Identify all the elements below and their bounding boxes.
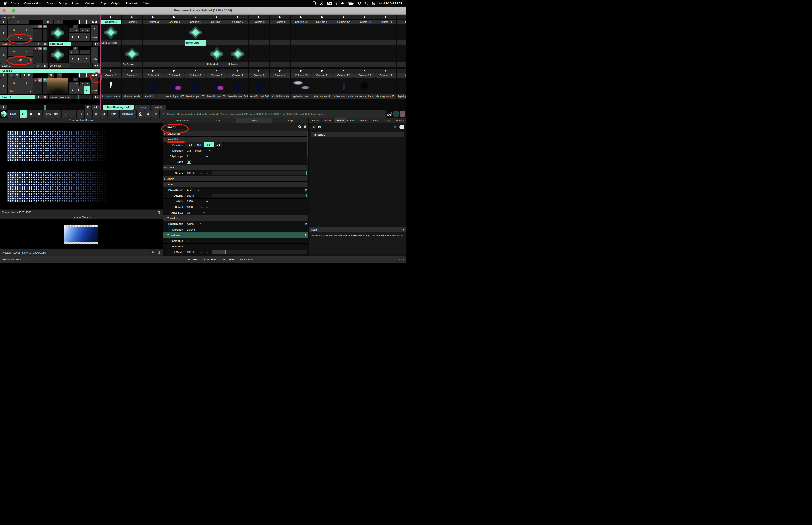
duration-dropdown[interactable]: Clip Transport▾ — [187, 149, 210, 152]
layer3-playmode-dropdown[interactable]: ↻▾ — [68, 28, 79, 32]
params-scrollbar[interactable] — [307, 131, 308, 201]
clip-cell[interactable] — [376, 46, 396, 67]
column-header-14[interactable]: Column 14 — [376, 20, 396, 24]
scale-slider[interactable] — [212, 250, 307, 254]
search-icon[interactable] — [365, 1, 368, 5]
auto-size-dropdown[interactable]: Off▾ — [187, 211, 205, 214]
column-play-button[interactable] — [376, 69, 396, 73]
wifi-icon[interactable] — [357, 1, 361, 5]
blend-mode-dropdown[interactable]: Add▾ — [187, 189, 199, 192]
clip-cell[interactable]: beautiful_part_004 — [249, 78, 269, 99]
metronome-button[interactable] — [137, 110, 144, 118]
decrement-button[interactable]: - — [199, 251, 204, 254]
column-play-button[interactable] — [354, 69, 375, 73]
layer1-pause-button[interactable] — [76, 86, 82, 94]
effect-result-threshold[interactable]: Threshold — [311, 132, 404, 137]
tab-render[interactable]: Render — [322, 118, 334, 123]
layer2-s-button[interactable]: S — [73, 46, 78, 49]
column-header-13[interactable]: Column 13 — [354, 20, 375, 24]
layer3-clip-position-bar[interactable] — [71, 42, 92, 46]
column-header-15[interactable]: Col — [397, 20, 406, 24]
column-header-12[interactable]: Column 12 — [333, 20, 354, 24]
clip-cell[interactable]: Point Grid — [206, 46, 227, 67]
clip-cell[interactable] — [249, 25, 269, 46]
layer1-play-forward-button[interactable] — [83, 86, 90, 94]
section-transform[interactable]: Transform P, — [163, 232, 308, 238]
composition-bypass-button[interactable]: B — [7, 20, 29, 25]
layer2-bypass-button[interactable]: B — [7, 46, 20, 56]
column-play-button[interactable] — [270, 15, 290, 19]
screen-mirroring-icon[interactable] — [313, 1, 316, 5]
layer1-video-button[interactable]: V — [43, 78, 47, 81]
column-header-7[interactable]: Column 7 — [227, 20, 248, 24]
clip-cell[interactable] — [397, 25, 406, 46]
section-dashboard[interactable]: Dashboard — [163, 131, 308, 136]
clip-cell[interactable] — [376, 25, 396, 46]
clip-cell[interactable]: Mirror Quad — [185, 25, 206, 46]
column-play-button[interactable] — [376, 15, 396, 19]
menu-output[interactable]: Output — [109, 2, 123, 5]
layer2-cue-dropdown[interactable]: ⊢▾ — [80, 50, 90, 54]
global-stop-button[interactable] — [35, 110, 42, 118]
composition-monitor[interactable] — [0, 123, 163, 210]
layer3-bypass-button[interactable]: B — [7, 25, 20, 35]
composition-panel-header[interactable]: Composition — [0, 15, 99, 19]
column-play-button[interactable] — [227, 15, 248, 19]
clip-cell[interactable] — [312, 46, 333, 67]
layer3-transition-button[interactable]: T — [91, 25, 98, 33]
clip-cell[interactable]: beautiful — [143, 78, 164, 99]
global-play-button[interactable] — [20, 110, 27, 118]
clip-cell[interactable]: dance-machine-v... — [354, 78, 375, 99]
layer1-video-fader[interactable] — [43, 82, 47, 94]
column-play-button[interactable] — [101, 69, 121, 73]
group1-clear-button[interactable]: X — [0, 73, 7, 77]
param-animation-icon[interactable]: P, — [303, 187, 307, 193]
layer1-cue-dropdown[interactable]: ⊢▾ — [80, 81, 90, 86]
column-play-button[interactable] — [143, 69, 164, 73]
clip-cell[interactable] — [143, 46, 164, 67]
apple-icon[interactable] — [4, 1, 7, 5]
direction-off-button[interactable]: OFF — [195, 142, 204, 147]
gear-icon[interactable] — [158, 251, 161, 254]
scale-value[interactable]: 100 % — [187, 251, 199, 254]
clip-cell[interactable]: bali-nusa-penida-i... — [122, 78, 142, 99]
composition-master-fader[interactable]: M — [43, 20, 53, 25]
layer3-play-forward-button[interactable] — [83, 33, 90, 41]
column-header-10[interactable]: Column 10 — [291, 20, 311, 24]
clip-cell[interactable]: Dot Screen — [122, 46, 142, 67]
clip-loops-value[interactable]: 1 — [187, 155, 199, 158]
column-play-button[interactable] — [122, 15, 142, 19]
column-header-12[interactable]: Column 12 — [333, 73, 354, 77]
column-play-button[interactable] — [101, 15, 121, 19]
layer3-ab-buttons[interactable]: AB — [35, 42, 48, 46]
group1-solo-button[interactable]: S — [14, 73, 20, 77]
layer3-skip-buttons[interactable] — [93, 42, 99, 46]
column-header-3[interactable]: Column 3 — [143, 20, 164, 24]
decrement-button[interactable]: - — [199, 172, 204, 175]
decrement-button[interactable]: - — [199, 239, 204, 242]
deck-tab-empty-1[interactable]: empty — [135, 105, 150, 109]
loop-checkbox[interactable] — [187, 160, 191, 164]
battery-icon[interactable] — [348, 1, 354, 5]
decrement-button[interactable]: - — [199, 228, 204, 231]
layer1-audio-button[interactable]: A — [38, 78, 42, 81]
layer2-playmode-dropdown[interactable]: ↻▾ — [68, 50, 79, 54]
bluetooth-icon[interactable] — [335, 1, 337, 5]
menu-shortcuts[interactable]: Shortcuts — [123, 2, 141, 5]
clip-cell[interactable] — [206, 25, 227, 46]
menu-deck[interactable]: Deck — [44, 2, 56, 5]
layer2-play-backward-button[interactable] — [69, 55, 75, 63]
layer2-master-button[interactable]: M — [33, 46, 37, 50]
decrement-button[interactable]: - — [199, 200, 204, 203]
menu-composition[interactable]: Composition — [21, 2, 44, 5]
column-header-9[interactable]: Column 9 — [270, 73, 290, 77]
menu-clock[interactable]: Wed 30 Jul 13:53 — [379, 2, 402, 5]
section-audio[interactable]: Audio — [163, 176, 308, 181]
undo-button[interactable]: ↺ — [144, 110, 152, 118]
layer3-master-fader[interactable] — [33, 29, 37, 41]
group1-bypass-button[interactable]: B — [7, 73, 14, 77]
column-header-5[interactable]: Column 5 — [185, 73, 206, 77]
menu-layer[interactable]: Layer — [70, 2, 82, 5]
layer1-solo-button[interactable]: S — [20, 78, 33, 88]
clip-cell[interactable]: beautiful_part_001 — [185, 78, 206, 99]
